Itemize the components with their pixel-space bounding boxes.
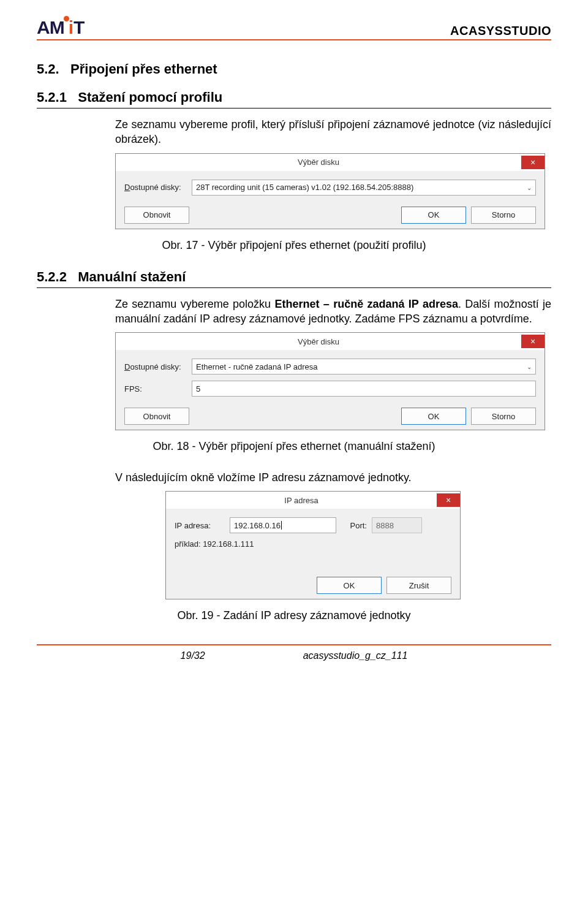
- titlebar: IP adresa ×: [166, 492, 460, 509]
- heading-5-2-1-title: Stažení pomocí profilu: [78, 89, 222, 105]
- ok-button[interactable]: OK: [401, 207, 466, 224]
- page-footer: 19/32 acasysstudio_g_cz_111: [37, 644, 551, 661]
- port-input: 8888: [372, 517, 422, 533]
- disks-label: Dostupné disky:: [124, 183, 192, 192]
- bold-ethernet: Ethernet – ručně zadaná IP adresa: [274, 298, 458, 310]
- heading-5-2-2-num: 5.2.2: [37, 269, 67, 284]
- disks-label: Dostupné disky:: [124, 362, 192, 371]
- heading-5-2-num: 5.2.: [37, 61, 59, 77]
- dialog-ip-address: IP adresa × IP adresa: 192.168.0.16 Port…: [165, 491, 461, 599]
- product-name: ACASYSSTUDIO: [450, 24, 551, 38]
- cancel-button[interactable]: Zrušit: [386, 577, 451, 594]
- titlebar: Výběr disku ×: [116, 154, 545, 171]
- close-icon[interactable]: ×: [521, 156, 545, 169]
- dialog-title: IP adresa: [166, 496, 437, 505]
- refresh-button[interactable]: Obnovit: [124, 408, 189, 425]
- fps-label: FPS:: [124, 384, 192, 393]
- heading-5-2-1-num: 5.2.1: [37, 89, 67, 105]
- heading-5-2: 5.2. Připojení přes ethernet: [37, 61, 551, 77]
- ip-label: IP adresa:: [175, 521, 230, 530]
- close-icon[interactable]: ×: [437, 493, 460, 507]
- dialog-title: Výběr disku: [116, 158, 521, 167]
- paragraph-5-2-1: Ze seznamu vybereme profil, který příslu…: [115, 117, 551, 147]
- port-label: Port:: [336, 521, 372, 530]
- ip-example: příklad: 192.168.1.111: [175, 539, 254, 549]
- paragraph-after-18: V následujícím okně vložíme IP adresu zá…: [115, 470, 551, 485]
- port-value: 8888: [376, 521, 394, 530]
- disks-combo[interactable]: 28T recording unit (15 cameras) v1.02 (1…: [192, 180, 536, 196]
- heading-5-2-2: 5.2.2 Manuální stažení: [37, 269, 551, 288]
- close-icon[interactable]: ×: [521, 335, 545, 348]
- chevron-down-icon: ⌄: [527, 184, 532, 191]
- ok-button[interactable]: OK: [317, 577, 382, 594]
- page-header: AMiT ACASYSSTUDIO: [37, 17, 551, 40]
- cancel-button[interactable]: Storno: [471, 408, 536, 425]
- dialog-title: Výběr disku: [116, 337, 521, 346]
- fps-input[interactable]: 5: [192, 381, 536, 397]
- dialog-select-disk-manual: Výběr disku × Dostupné disky: Ethernet -…: [115, 332, 545, 430]
- ip-value: 192.168.0.16: [234, 521, 281, 530]
- cancel-button[interactable]: Storno: [471, 207, 536, 224]
- footer-doc: acasysstudio_g_cz_111: [303, 650, 408, 661]
- caption-17: Obr. 17 - Výběr připojení přes ethernet …: [37, 239, 551, 252]
- dialog-select-disk-profile: Výběr disku × Dostupné disky: 28T record…: [115, 153, 545, 229]
- heading-5-2-1: 5.2.1 Stažení pomocí profilu: [37, 89, 551, 108]
- footer-page: 19/32: [181, 650, 205, 661]
- refresh-button[interactable]: Obnovit: [124, 207, 189, 224]
- fps-value: 5: [196, 384, 200, 393]
- titlebar: Výběr disku ×: [116, 333, 545, 350]
- heading-5-2-title: Připojení přes ethernet: [70, 61, 217, 77]
- heading-5-2-2-title: Manuální stažení: [78, 269, 186, 284]
- text-cursor-icon: [281, 521, 282, 530]
- ok-button[interactable]: OK: [401, 408, 466, 425]
- paragraph-5-2-2: Ze seznamu vybereme položku Ethernet – r…: [115, 297, 551, 327]
- caption-19: Obr. 19 - Zadání IP adresy záznamové jed…: [37, 609, 551, 622]
- disks-combo-value: Ethernet - ručně zadaná IP adresa: [196, 362, 318, 371]
- chevron-down-icon: ⌄: [527, 363, 532, 370]
- ip-input[interactable]: 192.168.0.16: [230, 517, 336, 533]
- caption-18: Obr. 18 - Výběr připojení přes ethernet …: [37, 440, 551, 453]
- disks-combo[interactable]: Ethernet - ručně zadaná IP adresa ⌄: [192, 359, 536, 374]
- disks-combo-value: 28T recording unit (15 cameras) v1.02 (1…: [196, 183, 413, 192]
- logo: AMiT: [37, 17, 84, 38]
